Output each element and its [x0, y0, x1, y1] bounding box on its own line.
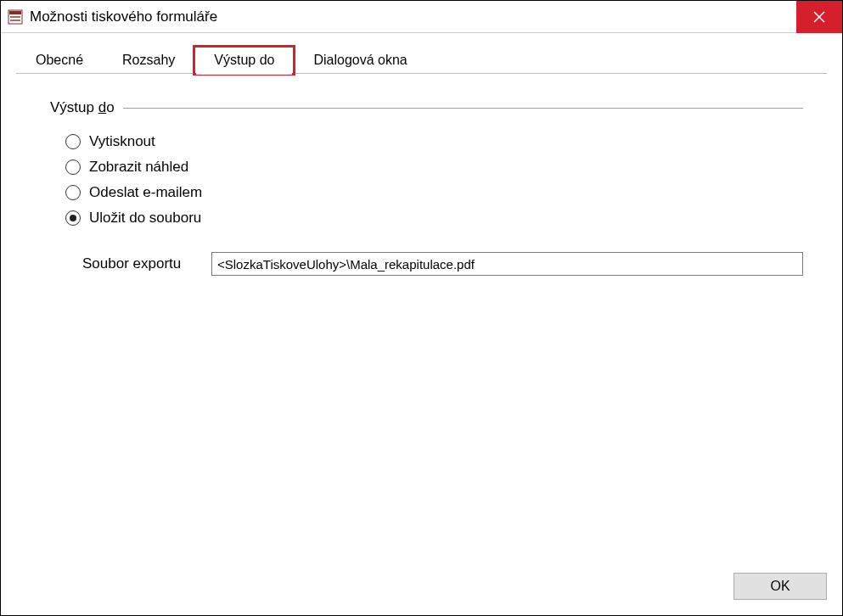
radio-vytisknout[interactable]: Vytisknout [65, 133, 803, 150]
section-title-accel: d [98, 99, 106, 115]
section-title-prefix: Výstup [50, 99, 98, 115]
ok-button[interactable]: OK [733, 573, 827, 600]
radio-zobrazit-nahled[interactable]: Zobrazit náhled [65, 159, 803, 176]
radio-icon [65, 160, 81, 175]
dialog-footer: OK [16, 564, 827, 600]
export-file-input[interactable] [211, 252, 803, 276]
svg-rect-3 [10, 20, 20, 21]
output-radio-group: Vytisknout Zobrazit náhled Odeslat e-mai… [65, 133, 803, 227]
radio-odeslat-emailem[interactable]: Odeslat e-mailem [65, 184, 803, 201]
svg-rect-2 [10, 16, 20, 18]
radio-icon [65, 185, 81, 200]
app-icon [8, 9, 23, 25]
window-title: Možnosti tiskového formuláře [30, 8, 796, 25]
radio-icon [65, 134, 81, 149]
tab-vystup-do[interactable]: Výstup do [194, 47, 294, 74]
radio-label: Zobrazit náhled [89, 159, 188, 176]
radio-icon [65, 210, 81, 226]
section-divider [123, 108, 803, 109]
close-button[interactable] [796, 1, 842, 33]
titlebar: Možnosti tiskového formuláře [1, 1, 842, 33]
tab-obecne[interactable]: Obecné [16, 47, 103, 74]
tabstrip: Obecné Rozsahy Výstup do Dialogová okna [16, 43, 827, 74]
export-file-label: Soubor exportu [82, 255, 193, 272]
tab-panel-vystup-do: Výstup do Vytisknout Zobrazit náhled Ode… [16, 74, 827, 564]
tab-dialogova-okna[interactable]: Dialogová okna [294, 47, 426, 74]
close-icon [813, 11, 825, 23]
svg-rect-1 [9, 11, 21, 14]
section-title-suffix: o [106, 99, 114, 115]
client-area: Obecné Rozsahy Výstup do Dialogová okna … [1, 33, 842, 615]
radio-label: Uložit do souboru [89, 210, 201, 227]
radio-label: Vytisknout [89, 133, 155, 150]
section-header: Výstup do [50, 99, 803, 116]
radio-label: Odeslat e-mailem [89, 184, 202, 201]
section-title: Výstup do [50, 99, 115, 116]
radio-ulozit-do-souboru[interactable]: Uložit do souboru [65, 210, 803, 227]
export-file-row: Soubor exportu [82, 252, 803, 276]
tab-rozsahy[interactable]: Rozsahy [103, 47, 194, 74]
